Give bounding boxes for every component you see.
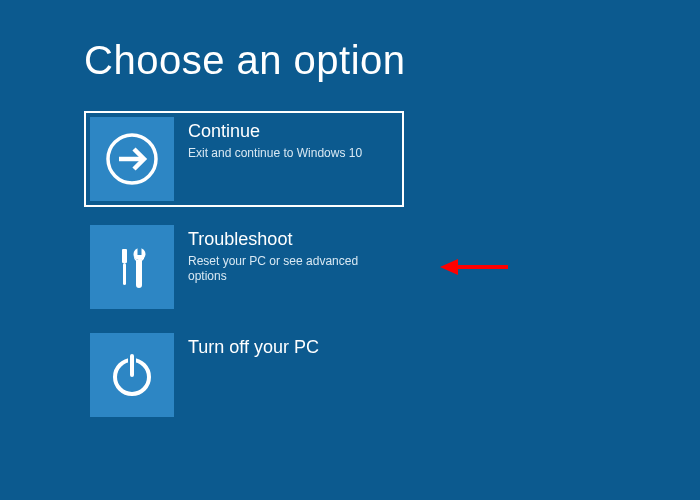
option-troubleshoot[interactable]: Troubleshoot Reset your PC or see advanc…	[84, 219, 404, 315]
tools-icon	[90, 225, 174, 309]
option-title: Continue	[188, 121, 398, 143]
arrow-right-icon	[90, 117, 174, 201]
svg-rect-3	[123, 263, 126, 285]
svg-marker-11	[440, 259, 458, 275]
option-title: Turn off your PC	[188, 337, 398, 359]
option-title: Troubleshoot	[188, 229, 398, 251]
option-desc: Exit and continue to Windows 10	[188, 146, 398, 162]
option-text: Continue Exit and continue to Windows 10	[174, 117, 398, 161]
svg-rect-2	[122, 249, 127, 263]
option-turn-off[interactable]: Turn off your PC	[84, 327, 404, 423]
svg-rect-4	[137, 259, 142, 285]
power-icon	[90, 333, 174, 417]
option-desc: Reset your PC or see advanced options	[188, 254, 398, 285]
page-title: Choose an option	[84, 38, 700, 83]
red-arrow-annotation	[440, 255, 510, 283]
option-text: Troubleshoot Reset your PC or see advanc…	[174, 225, 398, 285]
option-text: Turn off your PC	[174, 333, 398, 362]
recovery-menu: Choose an option Continue Exit and conti…	[0, 0, 700, 423]
option-continue[interactable]: Continue Exit and continue to Windows 10	[84, 111, 404, 207]
svg-rect-6	[138, 247, 142, 255]
